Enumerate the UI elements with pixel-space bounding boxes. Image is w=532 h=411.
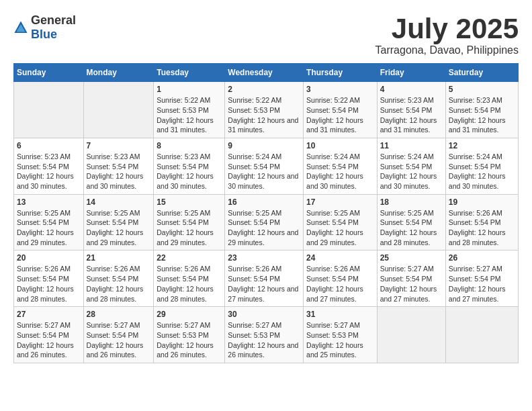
calendar-header-row: SundayMondayTuesdayWednesdayThursdayFrid… [14, 64, 519, 82]
header: General Blue July 2025 Tarragona, Davao,… [13, 13, 519, 56]
day-info: Sunrise: 5:26 AMSunset: 5:54 PMDaylight:… [157, 264, 222, 304]
calendar-cell: 23Sunrise: 5:26 AMSunset: 5:54 PMDayligh… [225, 250, 304, 307]
calendar-cell [377, 307, 445, 363]
calendar-cell: 24Sunrise: 5:26 AMSunset: 5:54 PMDayligh… [304, 250, 378, 307]
day-number: 18 [380, 197, 443, 207]
day-number: 25 [380, 253, 443, 263]
day-number: 12 [449, 141, 515, 150]
calendar-cell: 21Sunrise: 5:26 AMSunset: 5:54 PMDayligh… [83, 250, 154, 307]
calendar-cell: 28Sunrise: 5:27 AMSunset: 5:54 PMDayligh… [83, 307, 154, 363]
day-info: Sunrise: 5:27 AMSunset: 5:53 PMDaylight:… [157, 320, 222, 360]
calendar-cell [83, 82, 154, 138]
calendar-cell: 30Sunrise: 5:27 AMSunset: 5:53 PMDayligh… [225, 307, 304, 363]
day-info: Sunrise: 5:22 AMSunset: 5:54 PMDaylight:… [306, 95, 374, 135]
day-info: Sunrise: 5:25 AMSunset: 5:54 PMDaylight:… [228, 208, 300, 248]
logo: General Blue [13, 13, 76, 42]
day-number: 2 [228, 85, 300, 94]
calendar-cell: 29Sunrise: 5:27 AMSunset: 5:53 PMDayligh… [154, 307, 225, 363]
day-info: Sunrise: 5:25 AMSunset: 5:54 PMDaylight:… [157, 208, 222, 248]
calendar-cell: 5Sunrise: 5:23 AMSunset: 5:54 PMDaylight… [445, 82, 518, 138]
calendar-cell: 26Sunrise: 5:27 AMSunset: 5:54 PMDayligh… [445, 250, 518, 307]
header-day-thursday: Thursday [304, 64, 378, 82]
day-number: 11 [380, 141, 443, 150]
week-row-2: 6Sunrise: 5:23 AMSunset: 5:54 PMDaylight… [14, 138, 519, 194]
day-info: Sunrise: 5:23 AMSunset: 5:54 PMDaylight:… [17, 152, 81, 191]
day-info: Sunrise: 5:22 AMSunset: 5:53 PMDaylight:… [157, 95, 222, 135]
day-number: 27 [17, 310, 81, 319]
main-title: July 2025 [375, 13, 519, 44]
day-info: Sunrise: 5:23 AMSunset: 5:54 PMDaylight:… [380, 95, 443, 135]
calendar-cell: 17Sunrise: 5:25 AMSunset: 5:54 PMDayligh… [304, 194, 378, 250]
header-day-monday: Monday [83, 64, 154, 82]
day-info: Sunrise: 5:27 AMSunset: 5:54 PMDaylight:… [380, 264, 443, 304]
header-day-friday: Friday [377, 64, 445, 82]
week-row-4: 20Sunrise: 5:26 AMSunset: 5:54 PMDayligh… [14, 250, 519, 307]
week-row-3: 13Sunrise: 5:25 AMSunset: 5:54 PMDayligh… [14, 194, 519, 250]
day-info: Sunrise: 5:27 AMSunset: 5:54 PMDaylight:… [87, 320, 151, 360]
day-info: Sunrise: 5:24 AMSunset: 5:54 PMDaylight:… [449, 152, 515, 191]
day-number: 17 [306, 197, 374, 207]
logo-blue: Blue [31, 28, 57, 41]
calendar-cell: 1Sunrise: 5:22 AMSunset: 5:53 PMDaylight… [154, 82, 225, 138]
logo-general: General [31, 13, 76, 27]
day-number: 23 [228, 253, 300, 263]
day-info: Sunrise: 5:26 AMSunset: 5:54 PMDaylight:… [306, 264, 374, 304]
day-info: Sunrise: 5:27 AMSunset: 5:53 PMDaylight:… [306, 320, 374, 360]
day-number: 20 [17, 253, 81, 263]
calendar-cell [14, 82, 84, 138]
day-info: Sunrise: 5:27 AMSunset: 5:54 PMDaylight:… [17, 320, 81, 360]
day-info: Sunrise: 5:23 AMSunset: 5:54 PMDaylight:… [87, 152, 151, 191]
day-number: 8 [157, 141, 222, 150]
day-info: Sunrise: 5:25 AMSunset: 5:54 PMDaylight:… [306, 208, 374, 248]
day-info: Sunrise: 5:22 AMSunset: 5:53 PMDaylight:… [228, 95, 300, 135]
day-info: Sunrise: 5:26 AMSunset: 5:54 PMDaylight:… [17, 264, 81, 304]
day-info: Sunrise: 5:23 AMSunset: 5:54 PMDaylight:… [157, 152, 222, 191]
calendar-table: SundayMondayTuesdayWednesdayThursdayFrid… [13, 63, 519, 363]
calendar-cell: 3Sunrise: 5:22 AMSunset: 5:54 PMDaylight… [304, 82, 378, 138]
day-info: Sunrise: 5:26 AMSunset: 5:54 PMDaylight:… [228, 264, 300, 304]
calendar-cell: 13Sunrise: 5:25 AMSunset: 5:54 PMDayligh… [14, 194, 84, 250]
day-info: Sunrise: 5:23 AMSunset: 5:54 PMDaylight:… [449, 95, 515, 135]
day-number: 1 [157, 85, 222, 94]
day-number: 15 [157, 197, 222, 207]
day-number: 5 [449, 85, 515, 94]
calendar-cell: 16Sunrise: 5:25 AMSunset: 5:54 PMDayligh… [225, 194, 304, 250]
day-number: 6 [17, 141, 81, 150]
calendar-cell: 6Sunrise: 5:23 AMSunset: 5:54 PMDaylight… [14, 138, 84, 194]
calendar-cell: 22Sunrise: 5:26 AMSunset: 5:54 PMDayligh… [154, 250, 225, 307]
day-info: Sunrise: 5:27 AMSunset: 5:54 PMDaylight:… [449, 264, 515, 304]
day-info: Sunrise: 5:25 AMSunset: 5:54 PMDaylight:… [380, 208, 443, 248]
calendar-cell: 4Sunrise: 5:23 AMSunset: 5:54 PMDaylight… [377, 82, 445, 138]
calendar-cell: 2Sunrise: 5:22 AMSunset: 5:53 PMDaylight… [225, 82, 304, 138]
day-number: 13 [17, 197, 81, 207]
calendar-cell: 12Sunrise: 5:24 AMSunset: 5:54 PMDayligh… [445, 138, 518, 194]
header-day-wednesday: Wednesday [225, 64, 304, 82]
calendar-cell: 10Sunrise: 5:24 AMSunset: 5:54 PMDayligh… [304, 138, 378, 194]
day-number: 24 [306, 253, 374, 263]
day-info: Sunrise: 5:25 AMSunset: 5:54 PMDaylight:… [17, 208, 81, 248]
calendar-cell [445, 307, 518, 363]
calendar-body: 1Sunrise: 5:22 AMSunset: 5:53 PMDaylight… [14, 82, 519, 363]
day-number: 22 [157, 253, 222, 263]
calendar-cell: 31Sunrise: 5:27 AMSunset: 5:53 PMDayligh… [304, 307, 378, 363]
calendar-cell: 9Sunrise: 5:24 AMSunset: 5:54 PMDaylight… [225, 138, 304, 194]
day-info: Sunrise: 5:24 AMSunset: 5:54 PMDaylight:… [228, 152, 300, 191]
day-number: 21 [87, 253, 151, 263]
day-info: Sunrise: 5:24 AMSunset: 5:54 PMDaylight:… [380, 152, 443, 191]
calendar-cell: 25Sunrise: 5:27 AMSunset: 5:54 PMDayligh… [377, 250, 445, 307]
day-number: 29 [157, 310, 222, 319]
day-number: 30 [228, 310, 300, 319]
day-info: Sunrise: 5:26 AMSunset: 5:54 PMDaylight:… [449, 208, 515, 248]
day-number: 10 [306, 141, 374, 150]
day-number: 9 [228, 141, 300, 150]
header-day-saturday: Saturday [445, 64, 518, 82]
day-number: 31 [306, 310, 374, 319]
day-number: 3 [306, 85, 374, 94]
day-number: 14 [87, 197, 151, 207]
day-info: Sunrise: 5:26 AMSunset: 5:54 PMDaylight:… [87, 264, 151, 304]
calendar-cell: 18Sunrise: 5:25 AMSunset: 5:54 PMDayligh… [377, 194, 445, 250]
calendar-cell: 14Sunrise: 5:25 AMSunset: 5:54 PMDayligh… [83, 194, 154, 250]
header-day-sunday: Sunday [14, 64, 84, 82]
calendar-cell: 20Sunrise: 5:26 AMSunset: 5:54 PMDayligh… [14, 250, 84, 307]
day-number: 16 [228, 197, 300, 207]
